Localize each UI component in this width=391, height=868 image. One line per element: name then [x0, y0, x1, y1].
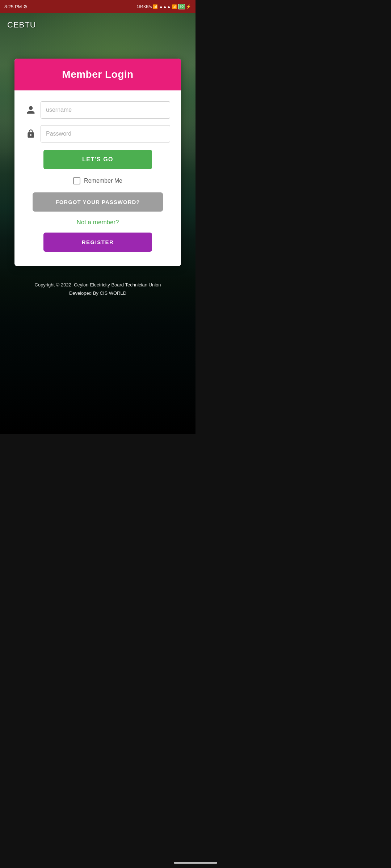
footer-line1: Copyright © 2022. Ceylon Electricity Boa… — [35, 281, 161, 289]
footer: Copyright © 2022. Ceylon Electricity Boa… — [24, 266, 172, 305]
user-icon — [25, 105, 36, 115]
register-button[interactable]: REGISTER — [43, 233, 152, 252]
bluetooth-icon: 📶 — [153, 4, 158, 9]
remember-label: Remember Me — [84, 178, 122, 184]
login-button[interactable]: LET'S GO — [43, 150, 152, 169]
footer-line2: Developed By CIS WORLD — [35, 289, 161, 297]
username-row — [25, 101, 170, 119]
not-member-text[interactable]: Not a member? — [25, 219, 170, 226]
remember-me-row: Remember Me — [25, 177, 170, 184]
remember-checkbox[interactable] — [73, 177, 80, 184]
app-title: CEBTU — [0, 20, 36, 30]
password-row — [25, 125, 170, 142]
signal-icon: ▲▲▲ — [159, 4, 171, 9]
username-input[interactable] — [41, 101, 170, 119]
lock-svg-icon — [26, 129, 35, 139]
lock-icon — [25, 129, 36, 139]
status-right: 184KB/s 📶 ▲▲▲ 📶 90 ⚡ — [137, 4, 191, 9]
settings-icon: ⚙ — [23, 4, 28, 9]
user-svg-icon — [26, 105, 35, 115]
status-left: 8:25 PM ⚙ — [4, 4, 28, 9]
card-header: Member Login — [14, 59, 181, 90]
battery-indicator: 90 — [178, 4, 185, 9]
password-input[interactable] — [41, 125, 170, 142]
card-body: LET'S GO Remember Me FORGOT YOUR PASSWOR… — [14, 90, 181, 266]
content-wrapper: CEBTU Member Login — [0, 13, 196, 305]
charging-icon: ⚡ — [186, 4, 191, 9]
status-bar: 8:25 PM ⚙ 184KB/s 📶 ▲▲▲ 📶 90 ⚡ — [0, 0, 196, 13]
forgot-password-button[interactable]: FORGOT YOUR PASSWORD? — [33, 192, 163, 212]
login-card: Member Login — [14, 59, 181, 266]
network-speed: 184KB/s — [137, 4, 152, 9]
card-header-title: Member Login — [22, 69, 174, 80]
time-display: 8:25 PM — [4, 4, 22, 9]
wifi-icon: 📶 — [172, 4, 177, 9]
